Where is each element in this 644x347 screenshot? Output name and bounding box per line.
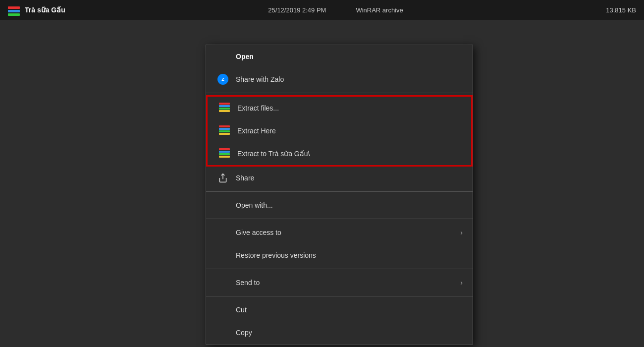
menu-label-restore: Restore previous versions [236, 251, 463, 259]
separator-4 [206, 269, 473, 269]
share-icon [216, 171, 230, 185]
file-size: 13,815 KB [606, 6, 636, 14]
menu-item-open[interactable]: Open [206, 45, 473, 68]
menu-item-copy[interactable]: Copy [206, 321, 473, 344]
menu-item-extract-to[interactable]: Extract to Trà sữa Gấu\ [208, 142, 471, 165]
menu-item-send-to[interactable]: Send to › [206, 271, 473, 294]
cut-icon [216, 303, 230, 317]
menu-item-give-access[interactable]: Give access to › [206, 221, 473, 244]
menu-item-cut[interactable]: Cut [206, 298, 473, 321]
copy-icon [216, 326, 230, 340]
separator-1 [206, 93, 473, 93]
top-bar: Trà sữa Gấu 25/12/2019 2:49 PM WinRAR ar… [0, 0, 644, 20]
file-app: WinRAR archive [356, 6, 403, 14]
file-meta: 25/12/2019 2:49 PM WinRAR archive [65, 6, 606, 14]
desktop-area: Open Z Share with Zalo [0, 20, 644, 347]
separator-5 [206, 296, 473, 296]
menu-label-extract-files: Extract files... [237, 104, 461, 112]
menu-label-open-with: Open with... [236, 201, 463, 209]
winrar-extract-here-icon [217, 124, 231, 138]
menu-label-share-zalo: Share with Zalo [236, 75, 463, 83]
menu-label-extract-here: Extract Here [237, 127, 461, 135]
restore-icon [216, 248, 230, 262]
open-icon [216, 50, 230, 63]
menu-label-extract-to: Extract to Trà sữa Gấu\ [237, 150, 461, 158]
menu-label-copy: Copy [236, 329, 463, 337]
open-with-icon [216, 198, 230, 212]
menu-label-give-access: Give access to [236, 229, 460, 236]
menu-item-open-with[interactable]: Open with... [206, 194, 473, 217]
menu-label-open: Open [236, 53, 463, 60]
winrar-title-icon [8, 2, 20, 17]
menu-label-share: Share [236, 174, 463, 182]
menu-item-share[interactable]: Share [206, 167, 473, 189]
winrar-extract-to-icon [217, 147, 231, 161]
menu-item-extract-here[interactable]: Extract Here [208, 119, 471, 142]
menu-item-share-zalo[interactable]: Z Share with Zalo [206, 68, 473, 91]
menu-item-extract-files[interactable]: Extract files... [208, 97, 471, 119]
file-title: Trà sữa Gấu [25, 6, 65, 14]
winrar-extract-group: Extract files... Extract Here [206, 95, 473, 167]
send-to-icon [216, 276, 230, 289]
menu-label-cut: Cut [236, 306, 463, 314]
zalo-icon: Z [216, 72, 230, 86]
menu-item-restore[interactable]: Restore previous versions [206, 244, 473, 267]
winrar-extract-files-icon [217, 101, 231, 115]
give-access-icon [216, 226, 230, 239]
chevron-give-access-icon: › [460, 229, 463, 236]
file-date: 25/12/2019 2:49 PM [268, 6, 326, 14]
separator-2 [206, 191, 473, 192]
separator-3 [206, 219, 473, 219]
context-menu: Open Z Share with Zalo [206, 45, 473, 345]
menu-label-send-to: Send to [236, 279, 460, 287]
chevron-send-to-icon: › [460, 279, 463, 287]
